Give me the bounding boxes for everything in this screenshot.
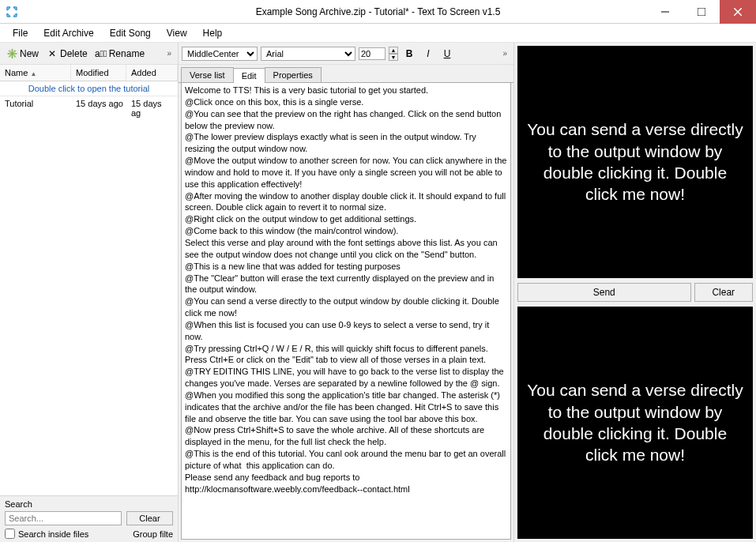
- new-button[interactable]: ✳️ New: [3, 47, 42, 61]
- rename-icon: a̲ͣ: [96, 48, 107, 59]
- menu-help[interactable]: Help: [197, 25, 229, 41]
- spin-down-icon[interactable]: ▼: [389, 54, 398, 61]
- font-select[interactable]: Arial: [261, 47, 355, 61]
- song-list[interactable]: Double click to open the tutorial Tutori…: [0, 81, 178, 496]
- row-modified: 15 days ago: [76, 99, 131, 118]
- underline-button[interactable]: U: [439, 46, 455, 62]
- window-title: Example Song Archive.zip - Tutorial* - T…: [0, 6, 756, 17]
- rename-label: Rename: [109, 48, 145, 59]
- tab-edit[interactable]: Edit: [233, 68, 265, 83]
- format-overflow-icon[interactable]: »: [499, 49, 510, 58]
- tab-verse-list[interactable]: Verse list: [181, 67, 234, 82]
- italic-button[interactable]: I: [420, 46, 436, 62]
- menu-edit-song[interactable]: Edit Song: [103, 25, 157, 41]
- list-item[interactable]: Tutorial 15 days ago 15 days ag: [0, 96, 178, 120]
- delete-icon: ✕: [47, 48, 58, 59]
- editor-tabs: Verse list Edit Properties: [179, 65, 513, 83]
- list-hint: Double click to open the tutorial: [0, 81, 178, 96]
- col-modified[interactable]: Modified: [71, 65, 126, 81]
- search-input[interactable]: [5, 511, 122, 525]
- close-button[interactable]: [720, 0, 756, 24]
- minimize-button[interactable]: [647, 0, 683, 24]
- preview-lower-text: You can send a verse directly to the out…: [527, 379, 743, 465]
- search-clear-button[interactable]: Clear: [126, 511, 173, 525]
- search-label: Search: [5, 499, 173, 509]
- font-size-spinner[interactable]: ▲▼: [389, 47, 398, 61]
- send-button[interactable]: Send: [517, 283, 691, 302]
- tab-properties[interactable]: Properties: [265, 67, 322, 82]
- row-name: Tutorial: [5, 99, 76, 118]
- delete-label: Delete: [60, 48, 88, 59]
- sort-asc-icon: ▲: [30, 70, 36, 77]
- preview-upper[interactable]: You can send a verse directly to the out…: [517, 46, 753, 278]
- bold-button[interactable]: B: [401, 46, 417, 62]
- group-filter-link[interactable]: Group filte: [133, 529, 173, 539]
- col-name[interactable]: Name ▲: [0, 65, 71, 81]
- menu-file[interactable]: File: [6, 25, 34, 41]
- menu-edit-archive[interactable]: Edit Archive: [37, 25, 100, 41]
- rename-button[interactable]: a̲ͣ Rename: [92, 47, 148, 61]
- left-panel: ✳️ New ✕ Delete a̲ͣ Rename » Name ▲ Modi…: [0, 43, 179, 542]
- clear-button[interactable]: Clear: [694, 283, 754, 302]
- new-label: New: [20, 48, 39, 59]
- title-bar: Example Song Archive.zip - Tutorial* - T…: [0, 0, 756, 24]
- alignment-select[interactable]: MiddleCenter: [182, 47, 258, 61]
- search-block: Search Clear Search inside files Group f…: [0, 496, 178, 542]
- app-icon: [0, 0, 24, 24]
- toolbar-overflow-icon[interactable]: »: [164, 49, 175, 58]
- preview-upper-text: You can send a verse directly to the out…: [527, 119, 743, 205]
- preview-lower[interactable]: You can send a verse directly to the out…: [517, 307, 753, 539]
- menu-bar: File Edit Archive Edit Song View Help: [0, 24, 756, 43]
- search-inside-files-checkbox[interactable]: Search inside files: [5, 529, 88, 539]
- row-added: 15 days ag: [131, 99, 173, 118]
- editor-textarea[interactable]: Welcome to TTS! This is a very basic tut…: [181, 83, 511, 540]
- menu-view[interactable]: View: [160, 25, 194, 41]
- right-panel: You can send a verse directly to the out…: [514, 43, 756, 542]
- middle-panel: MiddleCenter Arial ▲▼ B I U » Verse list…: [179, 43, 514, 542]
- svg-rect-1: [698, 8, 705, 16]
- delete-button[interactable]: ✕ Delete: [43, 47, 91, 61]
- format-toolbar: MiddleCenter Arial ▲▼ B I U »: [179, 43, 513, 65]
- list-header: Name ▲ Modified Added: [0, 65, 178, 81]
- maximize-button[interactable]: [683, 0, 720, 24]
- font-size-input[interactable]: [359, 47, 386, 60]
- new-icon: ✳️: [6, 48, 17, 59]
- left-toolbar: ✳️ New ✕ Delete a̲ͣ Rename »: [0, 43, 178, 65]
- spin-up-icon[interactable]: ▲: [389, 47, 398, 54]
- col-added[interactable]: Added: [126, 65, 178, 81]
